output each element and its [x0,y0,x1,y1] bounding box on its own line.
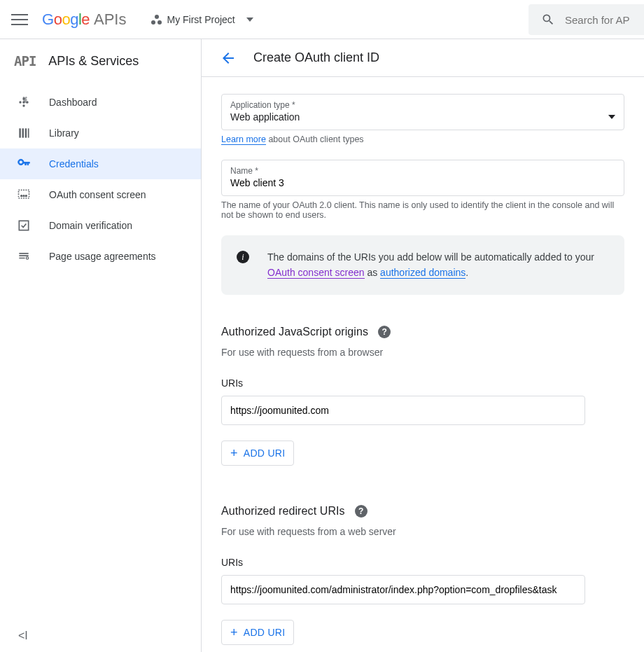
application-type-label: Application type * [230,100,615,110]
page-title: Create OAuth client ID [253,50,379,65]
check-icon [15,217,32,234]
oauth-consent-link[interactable]: OAuth consent screen [267,267,365,279]
chevron-down-icon [246,18,253,22]
search-icon [541,13,555,27]
svg-point-1 [19,101,21,103]
svg-point-10 [21,195,22,197]
svg-rect-7 [25,128,27,137]
collapse-sidebar-button[interactable]: <I [0,620,201,652]
sidebar-item-page-usage[interactable]: Page usage agreements [0,241,201,272]
add-uri-label: ADD URI [244,627,286,638]
redirect-uri-input[interactable] [221,575,585,604]
svg-rect-8 [28,128,29,137]
chevron-down-icon [608,115,615,119]
sidebar-header: API APIs & Services [0,39,201,81]
sidebar-item-label: Domain verification [49,220,132,231]
js-origins-sub: For use with requests from a browser [221,347,624,358]
info-box: i The domains of the URIs you add below … [221,235,624,295]
sidebar-item-label: Credentials [49,158,99,169]
main-content: Create OAuth client ID Application type … [202,39,644,652]
consent-icon [15,186,32,203]
svg-point-11 [23,195,24,197]
svg-point-3 [22,97,24,99]
top-bar: Google APIs My First Project [0,0,644,39]
learn-more-link[interactable]: Learn more [221,134,266,145]
sidebar-item-label: Page usage agreements [49,251,156,262]
name-help: The name of your OAuth 2.0 client. This … [221,200,624,220]
sidebar-item-label: Dashboard [49,97,97,108]
plus-icon: + [230,626,238,639]
sidebar-item-domain-verification[interactable]: Domain verification [0,210,201,241]
name-field[interactable]: Name * [221,160,624,196]
app-type-help: Learn more about OAuth client types [221,134,624,144]
application-type-field[interactable]: Application type * Web application [221,94,624,130]
redirect-uris-title: Authorized redirect URIs [221,505,345,518]
info-suffix: . [465,267,468,278]
uris-label: URIs [221,557,624,568]
search-box[interactable] [528,4,644,35]
svg-point-12 [26,195,27,197]
name-input[interactable] [230,177,615,188]
application-type-value: Web application [230,111,300,123]
main-header: Create OAuth client ID [202,39,644,77]
info-icon: i [237,251,249,263]
sidebar-item-oauth-consent[interactable]: OAuth consent screen [0,179,201,210]
project-selector[interactable]: My First Project [148,13,253,26]
api-badge: API [14,53,36,69]
project-dots-icon [148,13,161,26]
sidebar-item-label: Library [49,127,79,139]
google-logo-text: Google [42,11,90,29]
help-icon[interactable]: ? [355,505,368,518]
add-js-uri-button[interactable]: +ADD URI [221,441,294,466]
js-origins-title: Authorized JavaScript origins [221,326,368,338]
redirect-uris-sub: For use with requests from a web server [221,526,624,537]
info-prefix: The domains of the URIs you add below wi… [267,251,594,263]
sidebar-title: APIs & Services [48,54,139,69]
svg-point-2 [26,101,28,103]
add-redirect-uri-button[interactable]: +ADD URI [221,620,294,645]
apis-text: APIs [94,11,126,29]
nav-list: Dashboard Library Credentials OAuth cons… [0,81,201,620]
library-icon [15,125,32,141]
sidebar-item-label: OAuth consent screen [49,189,146,200]
sidebar-item-library[interactable]: Library [0,118,201,148]
learn-more-suffix: about OAuth client types [266,134,364,144]
svg-rect-13 [19,221,28,230]
help-icon[interactable]: ? [378,326,391,338]
js-origin-uri-input[interactable] [221,396,585,425]
agreements-icon [15,248,32,265]
svg-point-0 [22,101,24,103]
redirect-uris-section: Authorized redirect URIs ? For use with … [221,505,624,645]
dashboard-icon [15,94,32,111]
google-apis-logo: Google APIs [42,11,126,29]
sidebar: API APIs & Services Dashboard Library Cr… [0,39,202,652]
authorized-domains-link[interactable]: authorized domains [380,267,465,279]
add-uri-label: ADD URI [244,448,286,459]
uris-label: URIs [221,377,624,389]
name-label: Name * [230,166,615,176]
js-origins-section: Authorized JavaScript origins ? For use … [221,326,624,466]
svg-point-14 [26,257,28,259]
svg-rect-6 [22,128,24,137]
sidebar-item-dashboard[interactable]: Dashboard [0,87,201,118]
svg-point-4 [22,104,24,106]
svg-rect-5 [19,128,21,137]
hamburger-icon[interactable] [11,11,28,28]
sidebar-item-credentials[interactable]: Credentials [0,148,201,179]
plus-icon: + [230,447,238,459]
project-name: My First Project [167,14,234,25]
info-mid: as [365,267,381,278]
search-input[interactable] [565,14,635,26]
info-text: The domains of the URIs you add below wi… [267,249,609,281]
key-icon [15,155,32,172]
back-arrow-icon[interactable] [220,50,237,67]
